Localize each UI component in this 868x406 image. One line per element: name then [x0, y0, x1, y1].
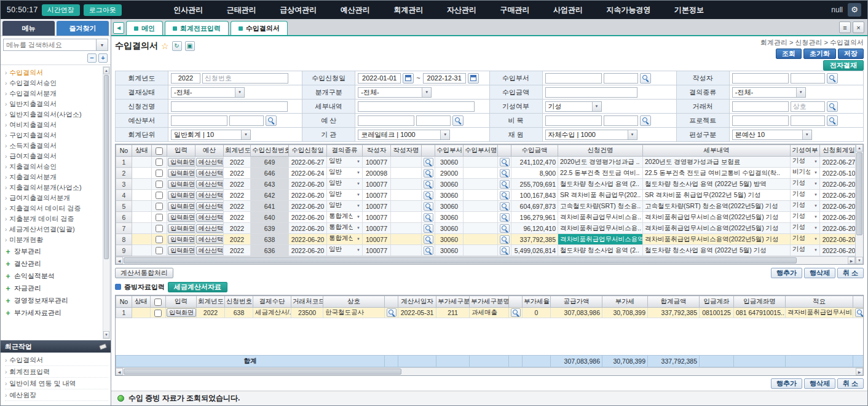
row-checkbox[interactable]	[156, 236, 163, 243]
search-icon[interactable]	[424, 169, 433, 178]
column-header[interactable]: 세부내역	[643, 145, 791, 157]
income-dept-name-input[interactable]	[604, 73, 638, 84]
column-header[interactable]: 작성자	[363, 145, 391, 157]
grid1-vertical-scrollbar[interactable]: ▲ ▼	[855, 144, 863, 264]
income-amount-input[interactable]	[545, 87, 637, 98]
scroll-right-icon[interactable]: ▶	[848, 257, 855, 264]
select-cell[interactable]: 비기성▼	[791, 168, 820, 179]
expand-plus-icon[interactable]: +	[5, 260, 11, 268]
sidebar-item[interactable]: ›지출결의서승인	[5, 162, 101, 172]
search-icon[interactable]	[500, 180, 510, 189]
scroll-right-icon[interactable]: ▶	[856, 368, 863, 375]
select-cell[interactable]: 기성▼	[791, 234, 820, 245]
table-row[interactable]: 6입력화면예산선택20226402022-06-20통합계산서▼10007730…	[116, 212, 856, 223]
project-code-input[interactable]	[732, 115, 789, 126]
select-cell[interactable]: 기성▼	[791, 223, 820, 234]
decision-type-select[interactable]: -전체-▼	[732, 87, 806, 98]
menu-search-input[interactable]	[3, 39, 97, 51]
search-icon[interactable]	[500, 213, 510, 222]
column-header[interactable]: 결제수단	[253, 296, 291, 308]
item-code-input[interactable]	[545, 115, 602, 126]
favorite-star-icon[interactable]: ☆	[161, 41, 169, 51]
search-icon[interactable]	[387, 308, 397, 317]
journal-type-select[interactable]: -전체-▼	[358, 87, 432, 98]
topbar-menu-item[interactable]: 급상여관리	[280, 5, 317, 15]
column-header[interactable]: 예산	[195, 145, 224, 157]
tab-scroll-left-button[interactable]: ◀	[113, 22, 124, 34]
search-icon[interactable]	[500, 191, 510, 200]
item-name-input[interactable]	[604, 115, 638, 126]
search-icon[interactable]	[424, 246, 433, 255]
row-checkbox[interactable]	[156, 158, 163, 166]
column-header[interactable]: 적요	[786, 296, 853, 308]
budget-dept-name-input[interactable]	[229, 115, 264, 126]
column-header[interactable]: 기성여부	[791, 145, 820, 157]
cell-button[interactable]: 입력화면	[168, 169, 195, 178]
recent-item[interactable]: ›예산원장	[5, 389, 108, 401]
window-menu-button[interactable]: ≡	[839, 21, 851, 33]
sidebar-item[interactable]: ›지출결의서분개	[5, 172, 101, 182]
topbar-menu-item[interactable]: 기본정보	[674, 5, 704, 15]
column-header[interactable]: 입금계좌명	[734, 296, 786, 308]
cancel-button[interactable]: 취 소	[837, 378, 864, 389]
org-select[interactable]: 코레일테크 | 1000▼	[358, 130, 450, 140]
income-dept-code-input[interactable]	[545, 73, 602, 84]
column-header[interactable]: 신청건명	[558, 145, 643, 157]
refresh-icon[interactable]: ↻	[172, 41, 182, 51]
search-icon[interactable]	[424, 235, 433, 244]
column-header[interactable]: 부가세구분	[436, 296, 470, 308]
search-icon[interactable]	[827, 73, 838, 84]
sidebar-item[interactable]: ›세금계산서연결(일괄)	[5, 224, 101, 235]
table-row[interactable]: 1입력화면예산선택20226492022-06-27일반▼10007730060…	[116, 157, 856, 168]
sidebar-item[interactable]: ›지출결의서분개(사업소)	[5, 182, 101, 193]
column-header[interactable]	[422, 145, 435, 157]
topbar-menu-item[interactable]: 근태관리	[227, 5, 256, 15]
row-delete-button[interactable]: 행삭제	[804, 268, 835, 278]
window-close-button[interactable]: ×	[853, 21, 864, 33]
column-header[interactable]: 신청회계일	[820, 145, 856, 157]
column-header[interactable]: 계산서일자	[398, 296, 436, 308]
tab-main[interactable]: 메인	[126, 21, 163, 35]
column-header[interactable]	[498, 145, 511, 157]
column-header[interactable]: 입력	[167, 145, 195, 157]
table-row[interactable]: 1입력화면2022638세금계산서/..23500한국철도공사2022-05-3…	[116, 308, 864, 318]
column-header[interactable]: 수입부서명	[464, 145, 498, 157]
sidebar-item[interactable]: ›수입결의서승인	[5, 78, 101, 88]
column-header[interactable]: 작성자명	[391, 145, 422, 157]
sidebar-group[interactable]: +자금관리	[5, 283, 101, 294]
tax-invoice-button[interactable]: 세금계산서자료	[168, 282, 227, 292]
row-checkbox[interactable]	[154, 310, 162, 317]
budget-class-select[interactable]: 본예산 10▼	[732, 130, 812, 140]
row-checkbox[interactable]	[156, 247, 163, 254]
cell-button[interactable]: 입력화면	[167, 308, 196, 317]
search-icon[interactable]	[855, 308, 864, 317]
expand-plus-icon[interactable]: +	[5, 272, 11, 281]
scroll-down-icon[interactable]: ▼	[103, 331, 109, 338]
column-header[interactable]: 거래처코드	[291, 296, 323, 308]
column-header[interactable]: 수입금액	[511, 145, 558, 157]
search-icon[interactable]	[424, 180, 433, 189]
search-icon[interactable]	[640, 73, 651, 84]
sidebar-group[interactable]: +손익실적분석	[5, 270, 101, 282]
column-header[interactable]: No	[116, 145, 132, 157]
fund-select[interactable]: 자체수입 | 1000▼	[545, 130, 637, 140]
sidebar-group[interactable]: +경영정보재무관리	[5, 295, 101, 306]
electronic-approval-button[interactable]: 전자결재	[823, 60, 864, 71]
column-header[interactable]: 수입신청일	[289, 145, 327, 157]
cell-button[interactable]: 입력화면	[168, 224, 195, 233]
scroll-up-icon[interactable]: ▲	[103, 67, 109, 74]
select-cell[interactable]: 일반▼	[327, 168, 363, 179]
column-header[interactable]: 회계년도	[224, 145, 251, 157]
select-cell[interactable]: 기성▼	[791, 157, 820, 168]
column-header[interactable]: 신청번호	[225, 296, 253, 308]
cell-button[interactable]: 예산선택	[196, 235, 224, 244]
budget-dept-code-input[interactable]	[171, 115, 227, 126]
table-row[interactable]: 2입력화면예산선택20226462022-06-24일반▼20009829000…	[116, 168, 856, 179]
cancel-button[interactable]: 취 소	[837, 268, 864, 278]
search-icon[interactable]	[500, 224, 510, 233]
tab-voucher-entry[interactable]: 회계전표입력	[165, 21, 229, 35]
sidebar-tab-menu[interactable]: 메뉴	[2, 21, 55, 36]
vendor-name-input[interactable]	[791, 101, 825, 112]
row-add-button[interactable]: 행추가	[771, 378, 802, 389]
search-icon[interactable]	[424, 158, 433, 166]
